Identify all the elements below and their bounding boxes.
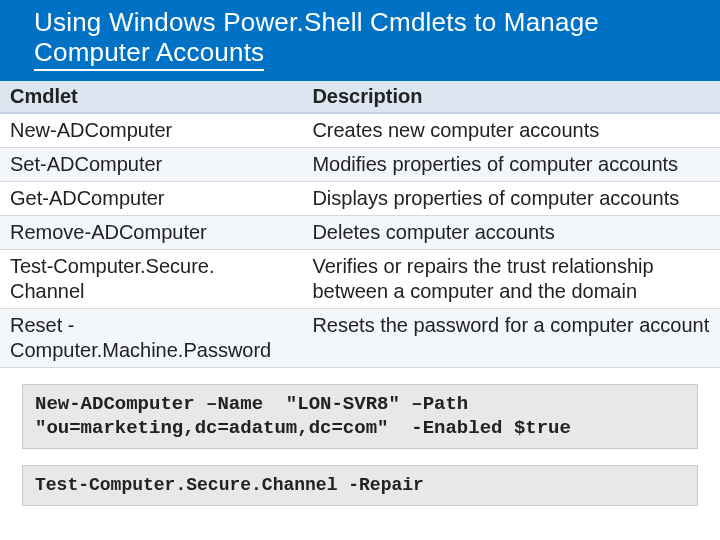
table-row: Remove-ADComputer Deletes computer accou… bbox=[0, 215, 720, 249]
cmdlet-desc: Deletes computer accounts bbox=[302, 215, 720, 249]
cmdlet-name: Set-ADComputer bbox=[0, 147, 302, 181]
cmdlet-name: Reset -Computer.Machine.Password bbox=[0, 308, 302, 367]
code-example-2: Test-Computer.Secure.Channel -Repair bbox=[22, 465, 698, 506]
cmdlet-desc: Creates new computer accounts bbox=[302, 113, 720, 148]
col-header-description: Description bbox=[302, 81, 720, 113]
cmdlet-name: Test-Computer.Secure. Channel bbox=[0, 249, 302, 308]
table-row: Set-ADComputer Modifies properties of co… bbox=[0, 147, 720, 181]
table-row: Reset -Computer.Machine.Password Resets … bbox=[0, 308, 720, 367]
title-line-1: Using Windows Power.Shell Cmdlets to Man… bbox=[34, 7, 599, 37]
table-row: New-ADComputer Creates new computer acco… bbox=[0, 113, 720, 148]
cmdlet-name: New-ADComputer bbox=[0, 113, 302, 148]
cmdlet-desc: Verifies or repairs the trust relationsh… bbox=[302, 249, 720, 308]
cmdlet-name: Get-ADComputer bbox=[0, 181, 302, 215]
slide-content: Cmdlet Description New-ADComputer Create… bbox=[0, 81, 720, 506]
title-line-2: Computer Accounts bbox=[34, 38, 264, 71]
cmdlet-desc: Displays properties of computer accounts bbox=[302, 181, 720, 215]
table-row: Test-Computer.Secure. Channel Verifies o… bbox=[0, 249, 720, 308]
col-header-cmdlet: Cmdlet bbox=[0, 81, 302, 113]
cmdlet-desc: Resets the password for a computer accou… bbox=[302, 308, 720, 367]
code-example-1: New-ADComputer –Name "LON-SVR8" –Path "o… bbox=[22, 384, 698, 450]
slide-title: Using Windows Power.Shell Cmdlets to Man… bbox=[34, 8, 698, 71]
cmdlet-name: Remove-ADComputer bbox=[0, 215, 302, 249]
slide-header: Using Windows Power.Shell Cmdlets to Man… bbox=[0, 0, 720, 81]
cmdlet-table: Cmdlet Description New-ADComputer Create… bbox=[0, 81, 720, 368]
table-row: Get-ADComputer Displays properties of co… bbox=[0, 181, 720, 215]
cmdlet-desc: Modifies properties of computer accounts bbox=[302, 147, 720, 181]
